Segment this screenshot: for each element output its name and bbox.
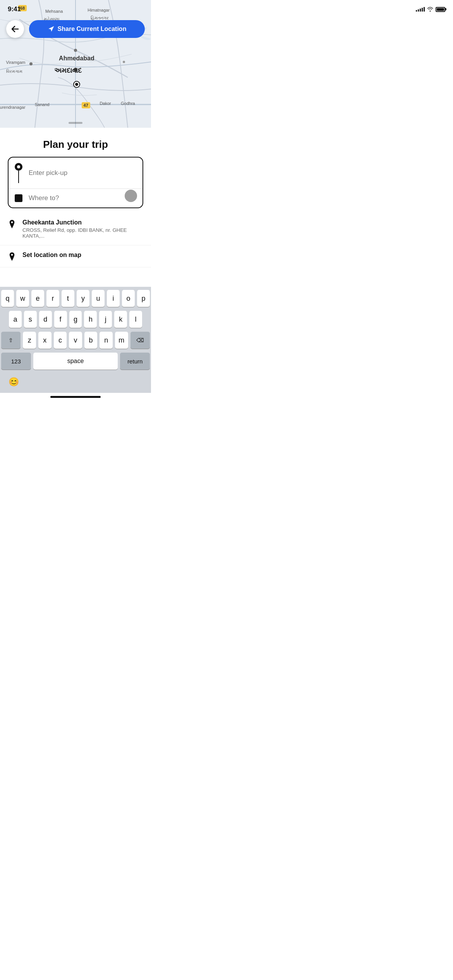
content-area: Plan your trip	[0, 128, 151, 287]
map-badge-47: 47	[82, 102, 90, 108]
key-g[interactable]: g	[69, 311, 82, 328]
suggestion-set-location-title: Set location on map	[22, 252, 143, 259]
suggestions-list: Gheekanta Junction CROSS, Relief Rd, opp…	[0, 213, 151, 267]
suggestion-gheekanta[interactable]: Gheekanta Junction CROSS, Relief Rd, opp…	[0, 213, 151, 245]
svg-point-4	[74, 49, 77, 52]
key-v[interactable]: v	[69, 332, 82, 349]
plan-title-section: Plan your trip	[0, 128, 151, 157]
key-d[interactable]: d	[39, 311, 52, 328]
destination-square-icon	[15, 194, 22, 202]
share-location-button[interactable]: Share Current Location	[29, 20, 145, 38]
map-city-viramgam-guj: વિરમગામ	[6, 69, 22, 74]
pickup-icon-col	[14, 163, 23, 183]
key-k[interactable]: k	[114, 311, 127, 328]
map-drag-handle[interactable]	[69, 122, 82, 124]
key-delete[interactable]: ⌫	[130, 332, 150, 349]
share-location-label: Share Current Location	[58, 26, 127, 33]
suggestion-gheekanta-subtitle: CROSS, Relief Rd, opp. IDBI BANK, nr. GH…	[22, 227, 143, 239]
map-city-ahmedabad: Ahmedabad	[59, 55, 94, 62]
map-area: 68 Mehsana મહેસાણા Himatnagar હિમતનગર Ah…	[0, 0, 151, 128]
map-city-surendranagar: Surendranagar	[0, 105, 26, 110]
key-t[interactable]: t	[62, 290, 74, 307]
key-numbers[interactable]: 123	[1, 353, 31, 370]
keyboard-row-1: q w e r t y u i o p	[1, 290, 150, 307]
svg-point-5	[29, 62, 33, 65]
map-city-himatnagar-guj: હિમતનગર	[91, 15, 109, 21]
map-city-sanand: Sanand	[35, 102, 50, 107]
status-bar: 9:41	[0, 0, 151, 15]
key-y[interactable]: y	[77, 290, 89, 307]
key-q[interactable]: q	[1, 290, 14, 307]
key-c[interactable]: c	[54, 332, 67, 349]
suggestion-set-location[interactable]: Set location on map	[0, 245, 151, 267]
key-h[interactable]: h	[84, 311, 97, 328]
key-m[interactable]: m	[115, 332, 128, 349]
input-drag-handle[interactable]	[125, 190, 137, 202]
map-city-godhra: Godhra	[121, 101, 135, 106]
keyboard-row-3: ⇧ z x c v b n m ⌫	[1, 332, 150, 349]
key-e[interactable]: e	[31, 290, 44, 307]
back-button[interactable]	[6, 20, 24, 38]
key-s[interactable]: s	[24, 311, 37, 328]
suggestion-gheekanta-title: Gheekanta Junction	[22, 219, 143, 226]
key-space[interactable]: space	[33, 353, 118, 370]
key-u[interactable]: u	[92, 290, 105, 307]
key-p[interactable]: p	[137, 290, 150, 307]
map-city-ahmedabad-guj: અમદાવાદ	[54, 67, 82, 75]
key-a[interactable]: a	[9, 311, 22, 328]
keyboard-row-2: a s d f g h j k l	[1, 311, 150, 328]
location-pin-icon	[8, 220, 16, 228]
suggestion-set-location-text: Set location on map	[22, 252, 143, 260]
map-city-viramgam: Viramgam	[6, 60, 26, 65]
key-r[interactable]: r	[46, 290, 59, 307]
destination-input-row[interactable]	[9, 189, 142, 207]
key-i[interactable]: i	[107, 290, 120, 307]
plan-title: Plan your trip	[8, 139, 143, 151]
keyboard-bottom-row: 123 space return	[1, 353, 150, 370]
pickup-input-row[interactable]	[9, 158, 142, 189]
key-f[interactable]: f	[54, 311, 67, 328]
key-o[interactable]: o	[122, 290, 135, 307]
home-bar	[50, 396, 101, 398]
key-b[interactable]: b	[84, 332, 98, 349]
key-z[interactable]: z	[23, 332, 36, 349]
key-shift[interactable]: ⇧	[1, 332, 21, 349]
suggestion-gheekanta-text: Gheekanta Junction CROSS, Relief Rd, opp…	[22, 219, 143, 239]
location-pin-map-icon	[8, 252, 16, 261]
spacer	[0, 267, 151, 287]
key-return[interactable]: return	[120, 353, 150, 370]
key-x[interactable]: x	[38, 332, 51, 349]
pickup-circle-icon	[15, 163, 22, 171]
key-j[interactable]: j	[99, 311, 112, 328]
location-arrow-icon	[48, 26, 55, 33]
key-n[interactable]: n	[100, 332, 113, 349]
route-line	[18, 171, 19, 183]
key-emoji[interactable]: 😊	[5, 373, 22, 391]
svg-point-6	[123, 61, 125, 63]
status-time: 9:41	[8, 5, 21, 13]
home-indicator-area	[0, 393, 151, 399]
back-arrow-icon	[11, 26, 19, 33]
trip-input-container	[8, 157, 143, 208]
destination-input[interactable]	[29, 194, 137, 202]
map-city-dakor: Dakor	[100, 101, 111, 106]
pickup-input[interactable]	[29, 169, 137, 177]
key-w[interactable]: w	[16, 290, 29, 307]
key-l[interactable]: l	[129, 311, 142, 328]
keyboard-emoji-row: 😊	[1, 371, 150, 391]
destination-icon-col	[14, 194, 23, 202]
keyboard: q w e r t y u i o p a s d f g h j k l ⇧ …	[0, 287, 151, 393]
